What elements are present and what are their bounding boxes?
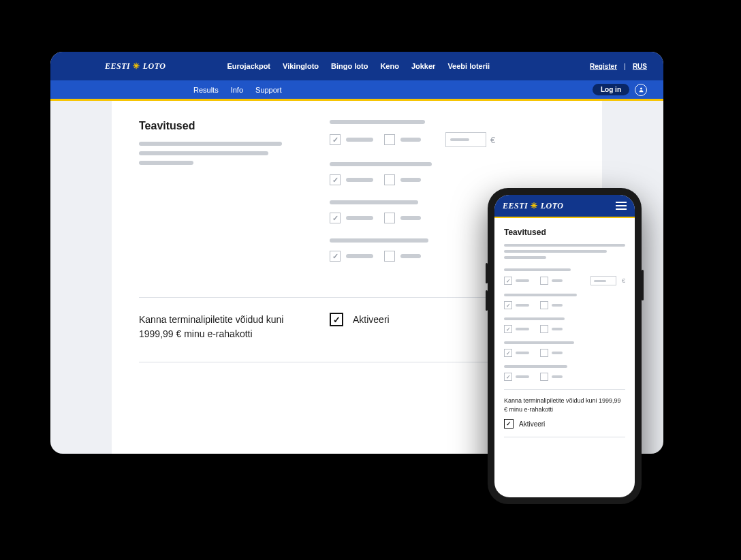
placeholder-heading [330, 120, 425, 124]
nav-item[interactable]: Bingo loto [331, 62, 368, 70]
notification-block [504, 341, 625, 357]
login-area: Log in [593, 84, 647, 96]
checkbox[interactable] [384, 134, 395, 145]
user-icon[interactable] [635, 84, 647, 96]
notification-block [504, 365, 625, 381]
desktop-subnav: Results Info Support Log in [50, 80, 663, 101]
mobile-content: Teavitused € [494, 218, 635, 454]
page-title: Teavitused [504, 228, 625, 237]
placeholder-text [139, 161, 193, 165]
placeholder-label [516, 304, 529, 307]
placeholder-text [139, 142, 282, 146]
placeholder-label [400, 178, 421, 182]
page-title: Teavitused [139, 120, 302, 132]
divider [504, 389, 625, 390]
mobile-preview: EESTI ✳︎ LOTO Teavitused [488, 188, 642, 504]
checkbox[interactable] [330, 174, 341, 185]
placeholder-heading [504, 268, 571, 271]
placeholder-text [139, 151, 268, 155]
notification-block: € [330, 120, 575, 147]
checkbox[interactable] [540, 301, 548, 309]
placeholder-label [400, 216, 421, 220]
currency-symbol: € [622, 277, 625, 284]
checkbox[interactable] [504, 277, 512, 285]
brand-part2: LOTO [541, 201, 564, 211]
checkbox[interactable] [504, 301, 512, 309]
brand-flower-icon: ✳︎ [531, 201, 538, 211]
placeholder-label [346, 254, 373, 258]
activate-label: Aktiveeri [353, 314, 390, 325]
brand-logo[interactable]: EESTI ✳︎ LOTO [503, 201, 563, 211]
activate-checkbox[interactable] [504, 419, 514, 429]
hamburger-menu-icon[interactable] [616, 202, 627, 210]
currency-symbol: € [490, 135, 495, 145]
placeholder-label [516, 352, 529, 354]
placeholder-label [552, 304, 563, 307]
phone-volume-down-button [486, 290, 488, 311]
svg-point-0 [640, 88, 642, 90]
checkbox[interactable] [330, 213, 341, 223]
brand-logo[interactable]: EESTI ✳︎ LOTO [105, 61, 165, 72]
checkbox[interactable] [540, 349, 548, 357]
placeholder-label [552, 279, 563, 282]
nav-item[interactable]: Eurojackpot [227, 62, 270, 70]
activate-label: Aktiveeri [519, 420, 545, 428]
nav-item[interactable]: Keno [380, 62, 399, 70]
placeholder-label [552, 328, 563, 330]
brand-flower-icon: ✳︎ [133, 61, 140, 72]
placeholder-label [400, 138, 421, 142]
placeholder-label [552, 352, 563, 354]
checkbox[interactable] [504, 373, 512, 381]
checkbox[interactable] [384, 251, 395, 262]
placeholder-text [504, 256, 546, 259]
desktop-header: EESTI ✳︎ LOTO Eurojackpot Vikingloto Bin… [50, 52, 663, 80]
register-link[interactable]: Register [590, 63, 617, 70]
placeholder-label [552, 375, 563, 378]
brand-part1: EESTI [503, 201, 528, 211]
activate-description: Kanna terminalipiletite võidud kuni 1999… [504, 396, 625, 414]
amount-input[interactable] [445, 132, 486, 147]
subnav-item[interactable]: Support [255, 86, 282, 94]
notification-block: € [504, 268, 625, 285]
brand-part1: EESTI [105, 61, 130, 72]
mobile-header: EESTI ✳︎ LOTO [494, 195, 635, 218]
placeholder-label [516, 375, 529, 378]
subnav-item[interactable]: Results [193, 86, 219, 94]
language-link[interactable]: RUS [633, 63, 647, 70]
login-button[interactable]: Log in [593, 84, 629, 95]
placeholder-label [516, 328, 529, 330]
checkbox[interactable] [330, 251, 341, 262]
checkbox[interactable] [384, 174, 395, 185]
placeholder-label [346, 178, 373, 182]
nav-item[interactable]: Jokker [411, 62, 435, 70]
placeholder-heading [504, 317, 565, 320]
placeholder-label [516, 279, 529, 282]
nav-item[interactable]: Vikingloto [283, 62, 319, 70]
primary-nav: Eurojackpot Vikingloto Bingo loto Keno J… [227, 62, 490, 70]
checkbox[interactable] [540, 325, 548, 333]
amount-input[interactable] [590, 276, 616, 285]
notification-block [504, 294, 625, 309]
separator: | [624, 63, 626, 70]
checkbox[interactable] [504, 325, 512, 333]
notification-block [504, 317, 625, 333]
placeholder-text [504, 244, 625, 247]
placeholder-heading [504, 341, 574, 344]
checkbox[interactable] [504, 349, 512, 357]
placeholder-label [400, 254, 421, 258]
placeholder-heading [330, 162, 432, 166]
divider [504, 437, 625, 437]
placeholder-label [346, 216, 373, 220]
nav-item[interactable]: Veebi loterii [447, 62, 490, 70]
checkbox[interactable] [384, 213, 395, 223]
header-right: Register | RUS [590, 63, 647, 70]
notification-block [330, 162, 575, 185]
checkbox[interactable] [330, 134, 341, 145]
activate-checkbox[interactable] [330, 313, 343, 326]
placeholder-heading [504, 294, 577, 296]
placeholder-label [346, 138, 373, 142]
brand-part2: LOTO [143, 61, 166, 72]
subnav-item[interactable]: Info [231, 86, 243, 94]
checkbox[interactable] [540, 373, 548, 381]
checkbox[interactable] [540, 277, 548, 285]
